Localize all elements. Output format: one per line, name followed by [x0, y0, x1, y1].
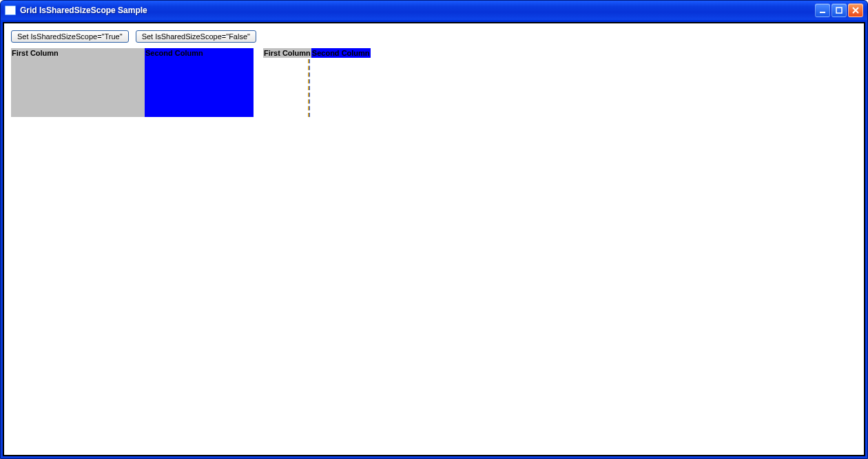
svg-rect-0 [820, 12, 825, 13]
grid-a-col2-header: Second Column [145, 48, 254, 58]
client-area: Set IsSharedSizeScope="True" Set IsShare… [3, 22, 865, 456]
grid-b-col1-header: First Column [263, 48, 311, 58]
frame-border: Set IsSharedSizeScope="True" Set IsShare… [1, 20, 867, 458]
grid-b-splitter[interactable] [308, 59, 309, 117]
button-row: Set IsSharedSizeScope="True" Set IsShare… [11, 30, 857, 43]
grid-b-col1: First Column [263, 48, 311, 58]
set-true-button[interactable]: Set IsSharedSizeScope="True" [11, 30, 129, 43]
maximize-icon [836, 7, 843, 14]
grid-a-col1: First Column [11, 48, 145, 117]
minimize-icon [819, 7, 826, 14]
maximize-button[interactable] [831, 3, 847, 17]
grid-b: First Column Second Column [263, 48, 371, 117]
window-title: Grid IsSharedSizeScope Sample [20, 6, 815, 15]
minimize-button[interactable] [815, 3, 830, 17]
grids-row: First Column Second Column First Column … [11, 48, 857, 117]
svg-rect-1 [836, 8, 842, 13]
grid-b-col2: Second Column [311, 48, 371, 58]
close-button[interactable] [848, 3, 863, 17]
set-false-button[interactable]: Set IsSharedSizeScope="False" [136, 30, 256, 43]
grid-a: First Column Second Column [11, 48, 254, 117]
grid-b-col2-header: Second Column [311, 48, 371, 58]
titlebar[interactable]: Grid IsSharedSizeScope Sample [1, 1, 867, 20]
window-controls [815, 3, 865, 17]
close-icon [852, 7, 859, 14]
app-icon [5, 6, 16, 15]
grid-a-col1-header: First Column [11, 48, 145, 58]
grid-a-col2: Second Column [145, 48, 254, 117]
app-window: Grid IsSharedSizeScope Sample Set IsShar… [0, 0, 868, 459]
